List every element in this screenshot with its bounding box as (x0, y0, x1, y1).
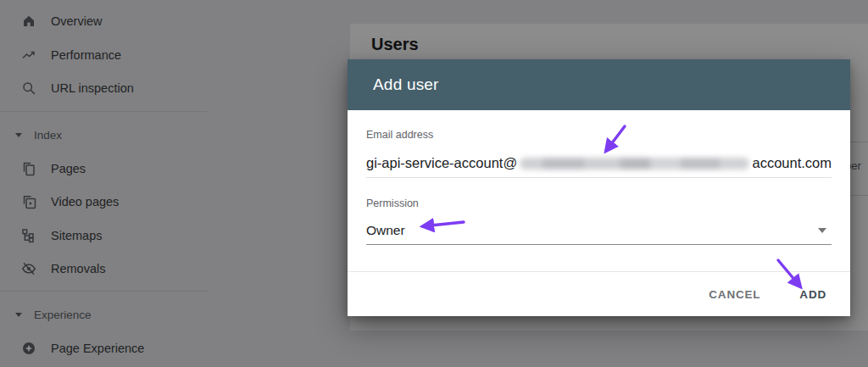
cancel-button[interactable]: CANCEL (707, 283, 762, 306)
email-value-suffix: account.com (752, 155, 832, 171)
add-button[interactable]: ADD (798, 283, 828, 306)
email-input[interactable]: gi-api-service-account@ account.com (366, 149, 832, 178)
permission-label: Permission (366, 197, 419, 209)
add-user-dialog: Add user Email address gi-api-service-ac… (348, 59, 850, 316)
dropdown-caret-icon (818, 228, 826, 233)
email-value-prefix: gi-api-service-account@ (366, 155, 517, 171)
permission-dropdown[interactable]: Owner (366, 217, 832, 245)
permission-value: Owner (366, 223, 405, 238)
redacted-email-segment (520, 158, 749, 170)
dialog-header: Add user (348, 59, 850, 110)
dialog-title: Add user (373, 75, 439, 94)
dialog-footer: CANCEL ADD (348, 272, 850, 316)
email-label: Email address (366, 129, 433, 141)
app: Overview Performance URL inspection Inde… (0, 0, 868, 367)
